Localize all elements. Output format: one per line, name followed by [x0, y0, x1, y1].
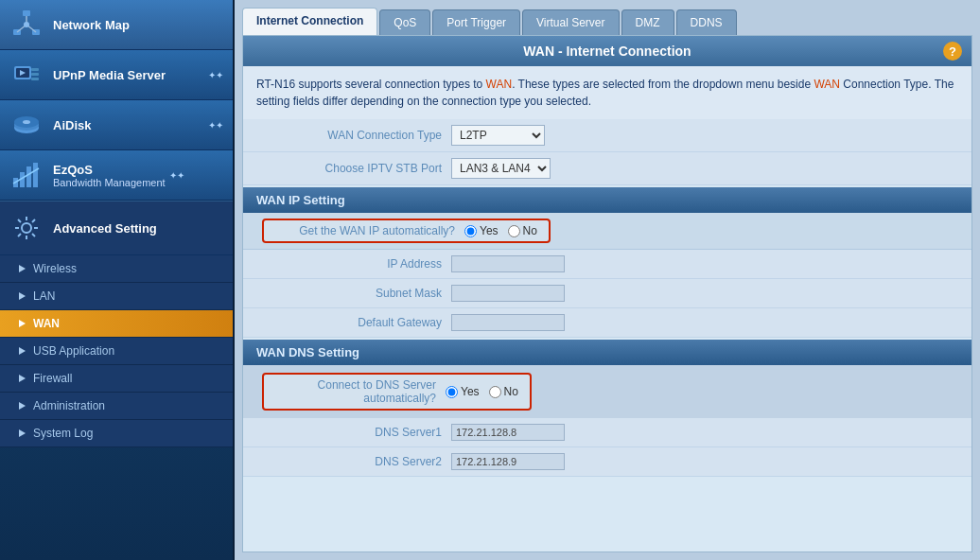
firewall-label: Firewall	[33, 372, 72, 385]
dns-server1-input[interactable]	[451, 424, 565, 441]
default-gateway-label: Default Gateway	[262, 316, 451, 329]
wan-ip-auto-row: Get the WAN IP automatically? Yes No	[243, 213, 971, 250]
dns-auto-yes-item[interactable]: Yes	[446, 385, 480, 398]
dns-auto-no-radio[interactable]	[489, 386, 501, 398]
panel-description: RT-N16 supports several connection types…	[243, 66, 971, 119]
default-gateway-input[interactable]	[451, 314, 565, 331]
wan-label: WAN	[33, 317, 60, 330]
sidebar-item-upnp[interactable]: UPnP Media Server ✦✦	[0, 50, 233, 100]
dns-auto-label: Connect to DNS Serverautomatically?	[275, 378, 446, 405]
svg-point-16	[23, 120, 30, 124]
sidebar-item-usb-application[interactable]: USB Application	[0, 338, 233, 365]
wan-ip-auto-no-label: No	[523, 224, 537, 237]
sidebar-ezqos-label1: EzQoS	[53, 163, 166, 177]
svg-rect-10	[31, 68, 39, 71]
dns-auto-no-item[interactable]: No	[489, 385, 518, 398]
sidebar-item-network-map[interactable]: Network Map	[0, 0, 233, 50]
sidebar-item-wan[interactable]: WAN	[0, 310, 233, 338]
svg-rect-12	[31, 78, 39, 80]
arrow-firewall	[19, 375, 26, 382]
svg-rect-20	[33, 163, 38, 187]
highlight-wan1: WAN	[486, 78, 513, 91]
tab-ddns[interactable]: DDNS	[676, 9, 737, 35]
advanced-setting-label: Advanced Setting	[53, 221, 157, 236]
main-container: Network Map UPnP Media Server ✦✦	[0, 0, 980, 560]
highlight-wan2: WAN	[814, 78, 840, 91]
sidebar-item-lan[interactable]: LAN	[0, 283, 233, 310]
wan-ip-section-header: WAN IP Setting	[243, 187, 971, 213]
dns-server2-input[interactable]	[451, 453, 565, 470]
content-area: Internet Connection QoS Port Trigger Vir…	[235, 0, 980, 560]
wan-ip-auto-no-item[interactable]: No	[508, 224, 537, 237]
advanced-setting-icon	[9, 211, 44, 245]
svg-point-6	[24, 22, 29, 27]
svg-rect-19	[26, 166, 31, 187]
subnet-mask-input[interactable]	[451, 285, 565, 302]
wan-ip-auto-redbox: Get the WAN IP automatically? Yes No	[262, 219, 551, 243]
sidebar-ezqos-labels: EzQoS Bandwidth Management	[53, 163, 166, 188]
wan-ip-auto-yes-radio[interactable]	[464, 225, 477, 237]
dns-server1-row: DNS Server1	[243, 418, 971, 447]
dns-auto-yes-radio[interactable]	[446, 386, 458, 398]
sidebar-aidisk-stars: ✦✦	[208, 120, 223, 131]
svg-line-30	[18, 234, 21, 236]
panel-header: WAN - Internet Connection ?	[243, 36, 971, 66]
panel-title: WAN - Internet Connection	[523, 44, 691, 59]
arrow-wan	[19, 320, 26, 327]
iptv-label: Choose IPTV STB Port	[262, 162, 451, 175]
sidebar-item-administration[interactable]: Administration	[0, 393, 233, 420]
iptv-control: LAN3 & LAN4 None LAN1 LAN2 LAN3 LAN4	[451, 158, 551, 179]
ip-address-input[interactable]	[451, 255, 565, 272]
subnet-mask-row: Subnet Mask	[243, 279, 971, 308]
wan-connection-type-label: WAN Connection Type	[262, 129, 451, 142]
administration-label: Administration	[33, 399, 105, 412]
tab-qos[interactable]: QoS	[379, 9, 430, 35]
sidebar-ezqos-label2: Bandwidth Management	[53, 177, 166, 188]
svg-line-28	[32, 234, 35, 236]
tab-port-trigger[interactable]: Port Trigger	[432, 9, 520, 35]
ip-address-row: IP Address	[243, 250, 971, 279]
ezqos-icon	[9, 158, 44, 192]
sidebar-item-advanced-setting[interactable]: Advanced Setting	[0, 201, 233, 255]
svg-line-29	[32, 219, 35, 222]
sidebar-item-aidisk[interactable]: AiDisk ✦✦	[0, 100, 233, 150]
wan-dns-section-header: WAN DNS Setting	[243, 340, 971, 365]
wan-connection-type-select[interactable]: L2TP Automatic IP Static IP PPPoE PPTP	[451, 125, 545, 146]
tab-bar: Internet Connection QoS Port Trigger Vir…	[242, 8, 972, 35]
iptv-select[interactable]: LAN3 & LAN4 None LAN1 LAN2 LAN3 LAN4	[451, 158, 551, 179]
dns-auto-row: Connect to DNS Serverautomatically? Yes …	[243, 365, 971, 418]
sidebar-submenu: Wireless LAN WAN USB Application Firewal…	[0, 255, 233, 447]
default-gateway-row: Default Gateway	[243, 308, 971, 338]
dns-server2-row: DNS Server2	[243, 447, 971, 477]
arrow-syslog	[19, 429, 26, 437]
dns-auto-yes-label: Yes	[461, 385, 480, 398]
sidebar-upnp-label: UPnP Media Server	[53, 68, 204, 82]
wan-ip-auto-radio-group: Yes No	[464, 224, 537, 237]
tab-virtual-server[interactable]: Virtual Server	[522, 9, 619, 35]
wan-ip-auto-yes-item[interactable]: Yes	[464, 224, 499, 237]
sidebar-item-wireless[interactable]: Wireless	[0, 255, 233, 283]
usb-label: USB Application	[33, 344, 114, 358]
sidebar-network-map-label: Network Map	[53, 18, 223, 32]
iptv-row: Choose IPTV STB Port LAN3 & LAN4 None LA…	[243, 152, 971, 185]
wan-ip-auto-no-radio[interactable]	[508, 225, 520, 237]
dns-server2-label: DNS Server2	[262, 455, 451, 468]
tab-internet-connection[interactable]: Internet Connection	[242, 8, 377, 35]
ip-address-label: IP Address	[262, 257, 451, 271]
sidebar-item-firewall[interactable]: Firewall	[0, 365, 233, 393]
sidebar-ezqos-stars: ✦✦	[169, 170, 184, 181]
wan-connection-type-row: WAN Connection Type L2TP Automatic IP St…	[243, 119, 971, 152]
wireless-label: Wireless	[33, 262, 77, 275]
svg-rect-11	[31, 73, 39, 76]
wan-ip-auto-label: Get the WAN IP automatically?	[275, 224, 464, 237]
dns-auto-redbox: Connect to DNS Serverautomatically? Yes …	[262, 373, 532, 411]
network-icon	[9, 8, 44, 42]
svg-line-27	[18, 219, 21, 222]
wan-connection-type-control: L2TP Automatic IP Static IP PPPoE PPTP	[451, 125, 545, 146]
sidebar-item-system-log[interactable]: System Log	[0, 420, 233, 447]
sidebar: Network Map UPnP Media Server ✦✦	[0, 0, 235, 560]
dns-server1-label: DNS Server1	[262, 426, 451, 439]
help-button[interactable]: ?	[943, 42, 962, 61]
sidebar-item-ezqos[interactable]: EzQoS Bandwidth Management ✦✦	[0, 150, 233, 201]
tab-dmz[interactable]: DMZ	[621, 9, 674, 35]
